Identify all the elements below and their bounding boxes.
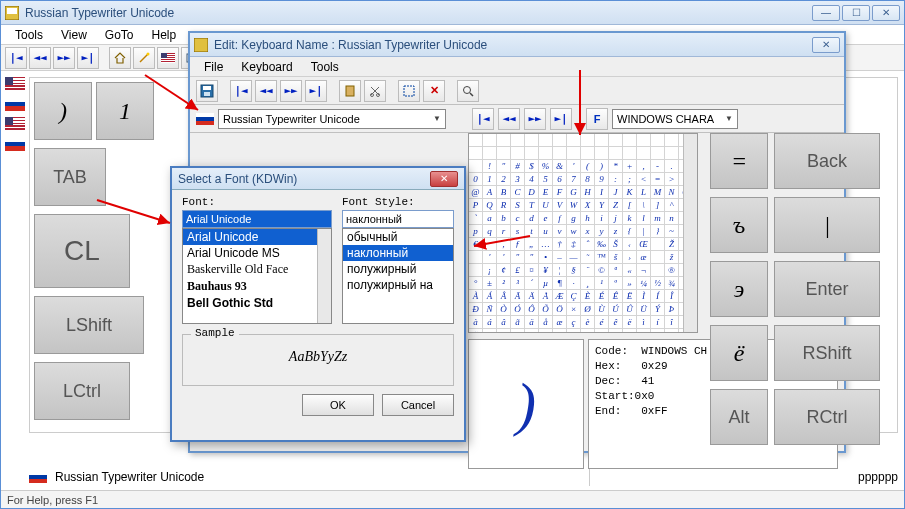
keyboard-combo[interactable]: Russian Typewriter Unicode ▼ <box>218 109 446 129</box>
key-yo[interactable]: ё <box>710 325 768 381</box>
flag-us-icon[interactable] <box>5 117 25 131</box>
char-cell[interactable]: ¡ <box>483 264 497 277</box>
char-cell[interactable] <box>483 134 497 147</box>
char-cell[interactable]: - <box>651 160 665 173</box>
char-cell[interactable] <box>581 147 595 160</box>
char-cell[interactable]: # <box>511 160 525 173</box>
key-enter[interactable]: Enter <box>774 261 880 317</box>
char-cell[interactable]: Œ <box>637 238 651 251</box>
char-cell[interactable]: û <box>623 329 637 333</box>
nav-prev-button[interactable]: ◄◄ <box>29 47 51 69</box>
char-cell[interactable]: ½ <box>651 277 665 290</box>
char-cell[interactable]: g <box>567 212 581 225</box>
char-cell[interactable]: 8 <box>581 173 595 186</box>
char-cell[interactable]: ® <box>665 264 679 277</box>
char-cell[interactable]: Ã <box>511 290 525 303</box>
char-cell[interactable]: Š <box>609 238 623 251</box>
char-cell[interactable] <box>469 160 483 173</box>
char-cell[interactable]: j <box>609 212 623 225</box>
char-cell[interactable]: k <box>623 212 637 225</box>
char-cell[interactable]: ³ <box>511 277 525 290</box>
char-cell[interactable]: ª <box>609 264 623 277</box>
char-cell[interactable] <box>609 134 623 147</box>
char-cell[interactable]: 9 <box>595 173 609 186</box>
char-cell[interactable]: B <box>497 186 511 199</box>
char-cell[interactable]: L <box>637 186 651 199</box>
char-cell[interactable] <box>651 134 665 147</box>
char-cell[interactable]: ¥ <box>539 264 553 277</box>
char-cell[interactable]: z <box>609 225 623 238</box>
char-cell[interactable]: ý <box>651 329 665 333</box>
char-cell[interactable]: Å <box>539 290 553 303</box>
cnav-prev[interactable]: ◄◄ <box>498 108 520 130</box>
char-cell[interactable]: º <box>609 277 623 290</box>
char-cell[interactable]: ã <box>511 316 525 329</box>
char-cell[interactable]: ñ <box>483 329 497 333</box>
char-cell[interactable] <box>483 147 497 160</box>
char-cell[interactable]: Ò <box>497 303 511 316</box>
char-cell[interactable]: 5 <box>539 173 553 186</box>
select-icon[interactable] <box>398 80 420 102</box>
char-cell[interactable] <box>525 147 539 160</box>
char-cell[interactable]: c <box>511 212 525 225</box>
char-cell[interactable]: í <box>651 316 665 329</box>
ok-button[interactable]: OK <box>302 394 374 416</box>
char-cell[interactable]: m <box>651 212 665 225</box>
char-cell[interactable]: Ô <box>525 303 539 316</box>
char-cell[interactable] <box>609 147 623 160</box>
char-cell[interactable]: ì <box>637 316 651 329</box>
font-list[interactable]: Arial Unicode Arial Unicode MS Baskervil… <box>182 228 332 324</box>
char-cell[interactable]: ô <box>525 329 539 333</box>
menu-keyboard[interactable]: Keyboard <box>233 58 300 76</box>
cnav-next[interactable]: ►► <box>524 108 546 130</box>
home-icon[interactable] <box>109 47 131 69</box>
char-cell[interactable]: K <box>623 186 637 199</box>
char-cell[interactable]: 2 <box>497 173 511 186</box>
wand-icon[interactable] <box>133 47 155 69</box>
char-cell[interactable]: Á <box>483 290 497 303</box>
char-cell[interactable]: ~ <box>665 225 679 238</box>
char-cell[interactable]: † <box>553 238 567 251</box>
char-cell[interactable]: ‹ <box>623 238 637 251</box>
char-cell[interactable]: ø <box>581 329 595 333</box>
char-cell[interactable]: ¼ <box>637 277 651 290</box>
char-cell[interactable] <box>469 134 483 147</box>
char-cell[interactable]: ¶ <box>553 277 567 290</box>
char-cell[interactable]: ¹ <box>595 277 609 290</box>
char-cell[interactable]: " <box>497 160 511 173</box>
char-cell[interactable]: x <box>581 225 595 238</box>
char-cell[interactable]: Æ <box>553 290 567 303</box>
char-cell[interactable]: ó <box>511 329 525 333</box>
char-cell[interactable] <box>469 147 483 160</box>
char-cell[interactable]: T <box>525 199 539 212</box>
enav-prev[interactable]: ◄◄ <box>255 80 277 102</box>
char-cell[interactable]: › <box>623 251 637 264</box>
style-input[interactable] <box>342 210 454 228</box>
flag-ru-icon[interactable] <box>5 97 25 111</box>
char-cell[interactable]: } <box>651 225 665 238</box>
char-cell[interactable]: ö <box>553 329 567 333</box>
menu-tools[interactable]: Tools <box>7 26 51 44</box>
key-hard-sign[interactable]: ъ <box>710 197 768 253</box>
char-cell[interactable]: { <box>623 225 637 238</box>
char-cell[interactable]: ] <box>651 199 665 212</box>
char-cell[interactable]: ü <box>637 329 651 333</box>
char-cell[interactable]: ˆ <box>581 238 595 251</box>
char-cell[interactable]: : <box>609 173 623 186</box>
flag-ru-icon[interactable] <box>5 137 25 151</box>
scrollbar[interactable] <box>317 229 331 323</box>
encoding-combo[interactable]: WINDOWS CHARA ▼ <box>612 109 738 129</box>
char-cell[interactable]: I <box>595 186 609 199</box>
key-eh[interactable]: э <box>710 261 768 317</box>
key-lctrl[interactable]: LCtrl <box>34 362 130 420</box>
char-cell[interactable]: É <box>595 290 609 303</box>
char-cell[interactable]: 1 <box>483 173 497 186</box>
menu-goto[interactable]: GoTo <box>97 26 142 44</box>
char-cell[interactable]: e <box>539 212 553 225</box>
char-cell[interactable]: < <box>637 173 651 186</box>
char-cell[interactable]: õ <box>539 329 553 333</box>
char-cell[interactable]: ^ <box>665 199 679 212</box>
close-button[interactable]: ✕ <box>872 5 900 21</box>
char-cell[interactable]: ´ <box>525 277 539 290</box>
char-cell[interactable] <box>539 134 553 147</box>
